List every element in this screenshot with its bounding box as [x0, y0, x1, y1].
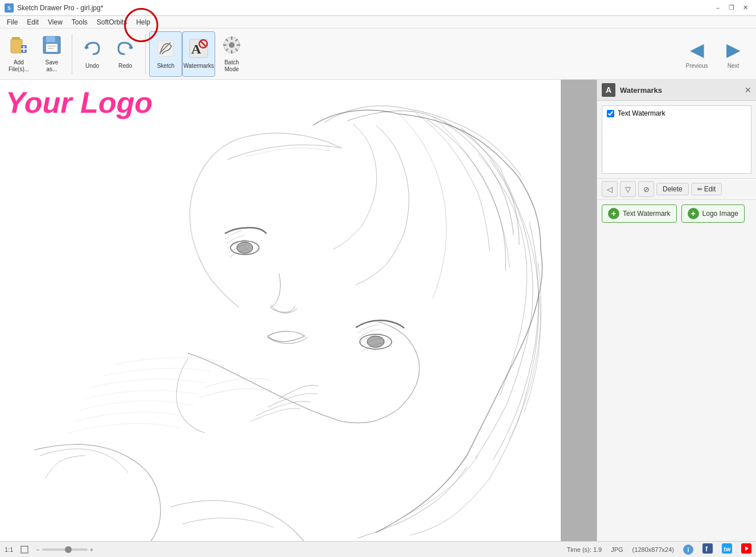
youtube-icon[interactable]: [741, 543, 751, 556]
menu-tools[interactable]: Tools: [67, 17, 92, 27]
previous-icon: ◀: [690, 39, 704, 60]
undo-label: Undo: [85, 63, 99, 69]
nav-area: ◀ Previous ▶ Next: [681, 31, 754, 77]
minimize-button[interactable]: −: [712, 2, 724, 14]
dimensions-label: (1280x877x24): [632, 546, 674, 553]
status-zoom-text: 1:1: [5, 546, 13, 553]
twitter-icon[interactable]: tw: [722, 543, 732, 556]
zoom-thumb[interactable]: [65, 546, 72, 553]
svg-rect-8: [48, 46, 56, 47]
separator-1: [72, 34, 72, 74]
save-as-icon: [42, 35, 62, 58]
svg-text:tw: tw: [724, 546, 731, 552]
undo-icon: [82, 38, 102, 62]
save-as-label: Saveas...: [46, 59, 59, 73]
add-text-watermark-icon: +: [608, 208, 619, 219]
toolbox-title: Watermarks: [620, 86, 662, 95]
zoom-min-label[interactable]: −: [36, 546, 39, 553]
add-text-watermark-label: Text Watermark: [623, 210, 671, 218]
save-as-button[interactable]: Saveas...: [35, 31, 68, 77]
move-down-button[interactable]: ▽: [620, 181, 636, 197]
undo-button[interactable]: Undo: [76, 31, 109, 77]
zoom-track[interactable]: [42, 548, 88, 551]
svg-point-19: [229, 42, 235, 48]
toolbar-group-history: Undo Redo: [76, 31, 142, 77]
sketch-button[interactable]: Sketch: [149, 31, 182, 77]
add-logo-image-label: Logo Image: [702, 210, 738, 218]
toolbox-close-button[interactable]: ✕: [745, 85, 751, 95]
title-bar: S Sketch Drawer Pro - girl.jpg* − ❐ ✕: [0, 0, 756, 16]
separator-2: [145, 34, 146, 74]
previous-label: Previous: [686, 63, 708, 69]
watermark-item-label: Text Watermark: [618, 109, 665, 117]
svg-rect-25: [21, 546, 28, 553]
add-files-label: AddFile(s)...: [9, 59, 29, 73]
canvas-area[interactable]: Your Logo: [0, 80, 597, 541]
menu-softorbits[interactable]: SoftOrbits: [92, 17, 132, 27]
svg-rect-1: [12, 37, 20, 39]
batch-mode-label: BatchMode: [224, 59, 239, 73]
add-files-button[interactable]: AddFile(s)...: [2, 31, 35, 77]
window-title: Sketch Drawer Pro - girl.jpg*: [17, 4, 103, 12]
toolbox-action-bar: ◁ ▽ ⊘ Delete ✏ Edit: [597, 178, 756, 200]
toolbox-panel: A Watermarks ✕ Text Watermark ◁ ▽ ⊘ Dele…: [597, 80, 756, 541]
toolbox-title-row: A Watermarks: [602, 83, 662, 97]
format-label: JPG: [611, 546, 623, 553]
toolbar-group-files: AddFile(s)... Saveas...: [2, 31, 68, 77]
svg-rect-0: [11, 39, 22, 53]
redo-button[interactable]: Redo: [109, 31, 142, 77]
watermarks-icon: A: [188, 38, 209, 62]
status-right: Time (s): 1.9 JPG (1280x877x24) i f tw: [567, 543, 751, 556]
redo-icon: [115, 38, 135, 62]
toolbar: AddFile(s)... Saveas...: [0, 28, 756, 80]
add-watermark-row: + Text Watermark + Logo Image: [597, 200, 756, 227]
next-button[interactable]: ▶ Next: [717, 31, 749, 77]
sketch-label: Sketch: [157, 63, 175, 69]
edit-icon: ✏: [697, 186, 702, 193]
zoom-ratio: 1:1: [5, 546, 13, 553]
delete-button[interactable]: Delete: [656, 183, 689, 195]
svg-rect-20: [0, 80, 561, 541]
watermarks-label: Watermarks: [183, 63, 214, 69]
zoom-slider[interactable]: − +: [36, 546, 93, 553]
main-area: Your Logo: [0, 80, 756, 541]
watermarks-list: Text Watermark: [602, 105, 751, 174]
watermarks-button[interactable]: A Watermarks: [182, 31, 215, 77]
menu-file[interactable]: File: [2, 17, 22, 27]
next-label: Next: [728, 63, 739, 69]
add-logo-image-icon: +: [688, 208, 699, 219]
facebook-icon[interactable]: f: [702, 543, 713, 556]
info-icon[interactable]: i: [683, 544, 693, 555]
toolbar-group-tools: Sketch A Watermarks: [149, 31, 248, 77]
menu-edit[interactable]: Edit: [22, 17, 43, 27]
sketch-image: [0, 80, 561, 541]
batch-mode-button[interactable]: BatchMode: [215, 31, 248, 77]
menu-help[interactable]: Help: [132, 17, 155, 27]
svg-rect-9: [48, 48, 54, 49]
previous-button[interactable]: ◀ Previous: [681, 31, 713, 77]
batch-mode-icon: [221, 35, 242, 58]
toolbox-header: A Watermarks ✕: [597, 80, 756, 101]
sketch-icon: [155, 38, 176, 62]
app-icon: S: [5, 3, 14, 13]
svg-rect-26: [702, 543, 713, 554]
menu-view[interactable]: View: [43, 17, 67, 27]
next-icon: ▶: [726, 39, 741, 60]
image-canvas: Your Logo: [0, 80, 561, 541]
zoom-page-icon: [20, 545, 29, 554]
zoom-max-label[interactable]: +: [90, 546, 93, 553]
status-bar: 1:1 − + Time (s): 1.9 JPG (1280x877x24) …: [0, 541, 756, 557]
toolbox-icon: A: [602, 83, 615, 97]
restore-button[interactable]: ❐: [725, 2, 738, 14]
edit-button[interactable]: ✏ Edit: [691, 183, 722, 195]
toggle-visible-button[interactable]: ⊘: [638, 181, 654, 197]
add-text-watermark-button[interactable]: + Text Watermark: [602, 204, 677, 223]
svg-text:A: A: [191, 42, 202, 56]
redo-label: Redo: [118, 63, 132, 69]
svg-rect-6: [46, 36, 55, 42]
add-logo-image-button[interactable]: + Logo Image: [681, 204, 745, 223]
move-up-button[interactable]: ◁: [602, 181, 618, 197]
close-button[interactable]: ✕: [739, 2, 751, 14]
watermark-checkbox[interactable]: [607, 110, 614, 117]
time-label: Time (s): 1.9: [567, 546, 602, 553]
